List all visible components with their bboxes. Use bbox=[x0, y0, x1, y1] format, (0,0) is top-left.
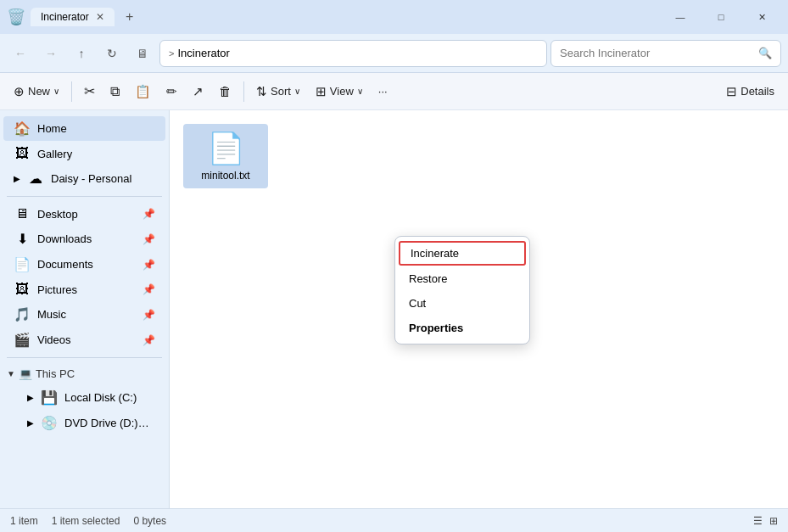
sidebar-item-music-label: Music bbox=[37, 308, 66, 321]
sidebar-item-videos-label: Videos bbox=[37, 333, 71, 346]
sort-button[interactable]: ⇅ Sort ∨ bbox=[249, 81, 307, 103]
toolbar-separator-2 bbox=[243, 81, 244, 102]
search-input[interactable] bbox=[560, 47, 753, 59]
cut-button[interactable]: ✂ bbox=[77, 80, 102, 103]
toolbar-separator-1 bbox=[71, 81, 72, 102]
title-bar: 🗑️ Incinerator ✕ + — □ ✕ bbox=[0, 0, 788, 34]
sidebar-item-dvd-drive[interactable]: ▶ 💿 DVD Drive (D:) CCCOM bbox=[3, 411, 165, 435]
path-label: Incinerator bbox=[177, 47, 229, 59]
maximize-button[interactable]: □ bbox=[701, 3, 740, 31]
copy-button[interactable]: ⧉ bbox=[103, 81, 126, 103]
pc-icon: 💻 bbox=[19, 367, 32, 380]
desktop-icon: 🖥 bbox=[14, 206, 31, 221]
local-disk-chevron-icon: ▶ bbox=[27, 393, 34, 402]
documents-pin-icon: 📌 bbox=[143, 259, 155, 271]
context-menu-cut[interactable]: Cut bbox=[395, 291, 529, 316]
view-button[interactable]: ⊞ View ∨ bbox=[309, 81, 370, 103]
path-chevron: > bbox=[169, 48, 174, 59]
videos-pin-icon: 📌 bbox=[143, 334, 155, 346]
address-path[interactable]: > Incinerator bbox=[159, 40, 547, 67]
sidebar-item-home-label: Home bbox=[37, 122, 67, 135]
sidebar-item-videos[interactable]: 🎬 Videos 📌 bbox=[3, 328, 165, 352]
details-label: Details bbox=[740, 85, 774, 98]
downloads-icon: ⬇ bbox=[14, 231, 31, 247]
sidebar-item-daisy-label: Daisy - Personal bbox=[51, 172, 131, 185]
file-icon: 📄 bbox=[207, 131, 245, 166]
dvd-drive-chevron-icon: ▶ bbox=[27, 418, 34, 428]
this-pc-label: This PC bbox=[36, 367, 75, 380]
view-toggle-button[interactable]: 🖥 bbox=[129, 40, 156, 67]
more-icon: ··· bbox=[378, 85, 388, 98]
details-icon: ⊟ bbox=[726, 84, 737, 99]
active-tab[interactable]: Incinerator ✕ bbox=[31, 8, 115, 26]
file-name: minitool.txt bbox=[201, 170, 249, 182]
rename-button[interactable]: ✏ bbox=[159, 81, 184, 103]
sidebar-item-downloads[interactable]: ⬇ Downloads 📌 bbox=[3, 227, 165, 251]
dvd-icon: 💿 bbox=[41, 415, 58, 431]
downloads-pin-icon: 📌 bbox=[143, 233, 155, 245]
sort-label: Sort bbox=[271, 85, 291, 98]
documents-icon: 📄 bbox=[14, 256, 31, 272]
main-layout: 🏠 Home 🖼 Gallery ▶ ☁ Daisy - Personal 🖥 … bbox=[0, 110, 788, 508]
status-size: 0 bytes bbox=[133, 515, 166, 527]
rename-icon: ✏ bbox=[166, 84, 177, 99]
sidebar-item-desktop-label: Desktop bbox=[37, 208, 78, 221]
videos-icon: 🎬 bbox=[14, 332, 31, 348]
sidebar-item-pictures[interactable]: 🖼 Pictures 📌 bbox=[3, 277, 165, 301]
delete-button[interactable]: 🗑 bbox=[212, 81, 238, 102]
file-item-minitool[interactable]: 📄 minitool.txt bbox=[183, 124, 268, 188]
status-item-count: 1 item bbox=[10, 515, 38, 527]
sidebar-item-dvd-label: DVD Drive (D:) CCCOM bbox=[64, 417, 149, 429]
content-area[interactable]: 📄 minitool.txt Incinerate Restore Cut Pr… bbox=[170, 110, 788, 508]
tab-close-button[interactable]: ✕ bbox=[96, 11, 104, 23]
minimize-button[interactable]: — bbox=[661, 3, 700, 31]
sidebar-item-local-disk[interactable]: ▶ 💾 Local Disk (C:) bbox=[3, 385, 165, 410]
context-menu-incinerate[interactable]: Incinerate bbox=[399, 241, 526, 266]
back-button[interactable]: ← bbox=[7, 40, 34, 67]
context-menu-restore[interactable]: Restore bbox=[395, 266, 529, 291]
grid-view-icon[interactable]: ⊞ bbox=[769, 515, 778, 527]
sidebar-item-daisy[interactable]: ▶ ☁ Daisy - Personal bbox=[3, 166, 165, 191]
sidebar-item-home[interactable]: 🏠 Home bbox=[3, 116, 165, 141]
local-disk-icon: 💾 bbox=[41, 389, 58, 406]
desktop-pin-icon: 📌 bbox=[143, 208, 155, 220]
sidebar-divider-2 bbox=[7, 357, 162, 358]
share-button[interactable]: ↗ bbox=[186, 81, 210, 103]
sidebar-item-downloads-label: Downloads bbox=[37, 232, 92, 245]
status-bar-right: ☰ ⊞ bbox=[753, 515, 778, 527]
view-icon: ⊞ bbox=[316, 84, 327, 99]
up-button[interactable]: ↑ bbox=[68, 40, 95, 67]
sidebar-item-music[interactable]: 🎵 Music 📌 bbox=[3, 302, 165, 327]
sidebar-item-local-disk-label: Local Disk (C:) bbox=[64, 391, 137, 404]
new-button[interactable]: ⊕ New ∨ bbox=[7, 81, 66, 103]
new-icon: ⊕ bbox=[14, 84, 25, 99]
search-box[interactable]: 🔍 bbox=[550, 40, 781, 67]
sidebar-item-documents[interactable]: 📄 Documents 📌 bbox=[3, 252, 165, 277]
context-menu-properties[interactable]: Properties bbox=[395, 316, 529, 340]
new-chevron: ∨ bbox=[53, 87, 59, 96]
new-tab-button[interactable]: + bbox=[118, 5, 142, 29]
tab-title: Incinerator bbox=[41, 11, 89, 23]
share-icon: ↗ bbox=[193, 84, 204, 99]
paste-button[interactable]: 📋 bbox=[128, 81, 158, 103]
sort-icon: ⇅ bbox=[256, 84, 267, 99]
search-icon: 🔍 bbox=[758, 47, 772, 59]
list-view-icon[interactable]: ☰ bbox=[753, 515, 763, 527]
more-button[interactable]: ··· bbox=[372, 81, 394, 101]
window-controls: — □ ✕ bbox=[661, 3, 781, 31]
delete-icon: 🗑 bbox=[219, 84, 232, 98]
sidebar-item-this-pc[interactable]: ▼ 💻 This PC bbox=[0, 363, 169, 384]
new-label: New bbox=[28, 85, 50, 98]
sidebar-item-pictures-label: Pictures bbox=[37, 283, 77, 296]
forward-button[interactable]: → bbox=[37, 40, 64, 67]
toolbar-right: ⊟ Details bbox=[719, 81, 781, 103]
paste-icon: 📋 bbox=[135, 84, 151, 99]
status-bar: 1 item 1 item selected 0 bytes ☰ ⊞ bbox=[0, 508, 788, 532]
close-button[interactable]: ✕ bbox=[742, 3, 781, 31]
sidebar-item-gallery[interactable]: 🖼 Gallery bbox=[3, 142, 165, 165]
refresh-button[interactable]: ↻ bbox=[98, 40, 126, 67]
music-pin-icon: 📌 bbox=[143, 309, 155, 321]
details-button[interactable]: ⊟ Details bbox=[719, 81, 781, 103]
music-icon: 🎵 bbox=[14, 306, 31, 322]
sidebar-item-desktop[interactable]: 🖥 Desktop 📌 bbox=[3, 202, 165, 226]
